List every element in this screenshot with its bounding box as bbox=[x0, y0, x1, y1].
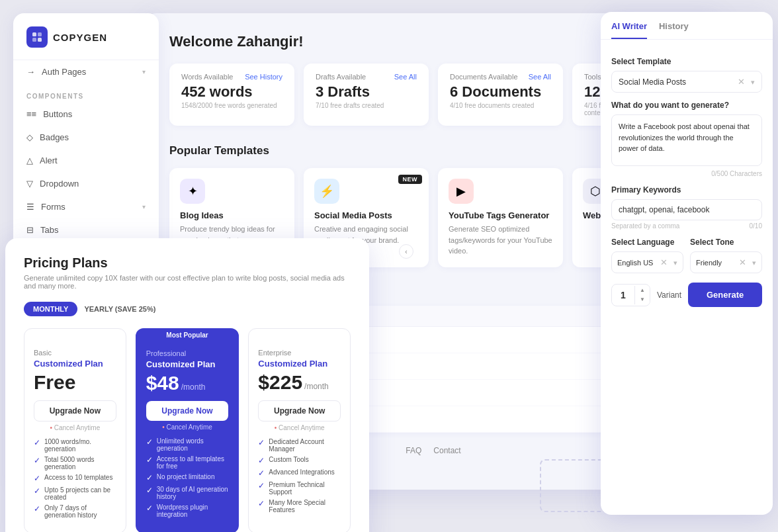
template-youtube-icon: ▶ bbox=[449, 179, 474, 204]
yearly-label: YEARLY (SAVE 25%) bbox=[84, 305, 155, 313]
alert-icon: △ bbox=[26, 155, 33, 165]
tone-select[interactable]: Friendly ✕ ▾ bbox=[690, 251, 762, 273]
template-name: Blog Ideas bbox=[180, 210, 284, 220]
check-icon: ✓ bbox=[34, 456, 40, 465]
select-template-label: Select Template bbox=[611, 57, 762, 66]
plan-price: Free bbox=[34, 371, 116, 394]
plan-feature: ✓ 1000 words/mo. generation bbox=[34, 438, 116, 453]
plan-name: Customized Plan bbox=[146, 359, 229, 369]
plan-feature: ✓ No project limitation bbox=[146, 473, 229, 482]
svg-rect-3 bbox=[38, 38, 42, 42]
pricing-subtitle: Generate unlimited copy 10X faster with … bbox=[24, 274, 351, 290]
template-card-youtube[interactable]: ▶ YouTube Tags Generator Generate SEO op… bbox=[438, 168, 563, 267]
check-icon: ✓ bbox=[34, 438, 40, 447]
check-icon: ✓ bbox=[146, 504, 153, 513]
keywords-input[interactable] bbox=[611, 199, 762, 220]
generate-label: What do you want to generate? bbox=[611, 101, 762, 110]
plan-feature: ✓ Total 5000 words generation bbox=[34, 456, 116, 470]
template-name: YouTube Tags Generator bbox=[449, 210, 552, 220]
template-select[interactable]: Social Media Posts ✕ ▾ bbox=[611, 71, 762, 93]
clear-language-icon[interactable]: ✕ bbox=[660, 257, 668, 267]
buttons-icon: ≡≡ bbox=[26, 109, 36, 119]
generate-button[interactable]: Generate bbox=[688, 283, 762, 307]
auth-icon: → bbox=[26, 67, 35, 77]
plan-feature: ✓ Unlimited words generation bbox=[146, 437, 229, 452]
language-select[interactable]: English US ✕ ▾ bbox=[611, 251, 683, 273]
sidebar-item-badges[interactable]: ◇ Badges bbox=[13, 126, 159, 149]
stat-value: 3 Drafts bbox=[316, 83, 417, 101]
upgrade-button[interactable]: Upgrade Now bbox=[146, 401, 229, 421]
sidebar-item-buttons[interactable]: ≡≡ Buttons bbox=[13, 103, 159, 126]
stat-label: Documents Available bbox=[450, 73, 518, 81]
variant-down-button[interactable]: ▼ bbox=[635, 295, 650, 304]
yearly-toggle[interactable]: YEARLY (SAVE 25%) bbox=[84, 305, 155, 313]
badge-icon: ◇ bbox=[26, 132, 33, 142]
stat-card-words: Words Available See History 452 words 15… bbox=[169, 64, 294, 126]
dropdown-icon: ▽ bbox=[26, 179, 33, 189]
sidebar-item-dropdown[interactable]: ▽ Dropdown bbox=[13, 172, 159, 195]
plan-card-enterprise: Enterprise Customized Plan $225 /month U… bbox=[248, 328, 351, 532]
plan-tier: Basic bbox=[34, 349, 116, 357]
upgrade-button[interactable]: Upgrade Now bbox=[258, 400, 341, 421]
forms-icon: ☰ bbox=[26, 202, 34, 212]
stat-label: Drafts Available bbox=[316, 73, 366, 81]
logo-icon bbox=[26, 26, 48, 48]
ai-panel-tabs: AI Writer History bbox=[601, 12, 773, 40]
chevron-down-icon: ▾ bbox=[751, 78, 755, 86]
stat-link[interactable]: See All bbox=[394, 73, 417, 81]
sidebar-item-alert[interactable]: △ Alert bbox=[13, 149, 159, 172]
sidebar-item-label: Buttons bbox=[43, 109, 72, 119]
tone-value: Friendly bbox=[696, 259, 722, 267]
plan-cancel: • Cancel Anytime bbox=[146, 423, 229, 431]
check-icon: ✓ bbox=[258, 468, 265, 478]
footer-contact-link[interactable]: Contact bbox=[433, 446, 460, 455]
sidebar-item-auth[interactable]: → Auth Pages ▾ bbox=[13, 60, 159, 83]
plan-name: Customized Plan bbox=[34, 359, 116, 369]
plan-feature: ✓ Upto 5 projects can be created bbox=[34, 486, 116, 501]
chevron-down-icon: ▾ bbox=[752, 259, 756, 267]
sidebar-item-label: Auth Pages bbox=[42, 67, 86, 77]
plan-name: Customized Plan bbox=[258, 359, 341, 369]
chevron-down-icon: ▾ bbox=[142, 68, 146, 75]
templates-title: Popular Templates bbox=[169, 144, 269, 157]
stat-card-drafts: Drafts Available See All 3 Drafts 7/10 f… bbox=[304, 64, 429, 126]
brand-name: COPYGEN bbox=[53, 32, 107, 43]
stat-link[interactable]: See History bbox=[245, 73, 282, 81]
plan-price: $48 bbox=[146, 372, 179, 394]
sidebar-item-label: Badges bbox=[40, 132, 69, 142]
sidebar-logo: COPYGEN bbox=[13, 26, 159, 60]
template-blog-icon: ✦ bbox=[180, 179, 205, 204]
language-label: Select Language bbox=[611, 238, 683, 247]
tab-history[interactable]: History bbox=[659, 21, 689, 39]
monthly-toggle[interactable]: MONTHLY bbox=[24, 302, 77, 316]
sidebar-item-label: Alert bbox=[40, 155, 58, 165]
stat-sub: 4/10 free documents created bbox=[450, 102, 551, 109]
chevron-down-icon: ▾ bbox=[142, 203, 146, 210]
plan-cancel: • Cancel Anytime bbox=[258, 424, 341, 431]
tabs-icon: ⊟ bbox=[26, 225, 34, 235]
plan-tier: Professional bbox=[146, 349, 229, 357]
plan-feature: ✓ Wordpress plugin integration bbox=[146, 504, 229, 518]
footer-faq-link[interactable]: FAQ bbox=[406, 446, 421, 455]
plan-feature: ✓ Access to 10 templates bbox=[34, 474, 116, 483]
stat-link[interactable]: See All bbox=[529, 73, 551, 81]
char-count: 0/500 Characters bbox=[611, 170, 762, 177]
generate-textarea[interactable]: Write a Facebook post about openai that … bbox=[611, 114, 762, 166]
sidebar-item-label: Dropdown bbox=[40, 179, 79, 189]
plan-feature: ✓ Premium Technical Support bbox=[258, 481, 341, 496]
stat-sub: 1548/2000 free words generated bbox=[181, 102, 282, 109]
stat-card-docs: Documents Available See All 6 Documents … bbox=[438, 64, 563, 126]
clear-tone-icon[interactable]: ✕ bbox=[739, 257, 746, 267]
check-icon: ✓ bbox=[34, 504, 40, 513]
upgrade-button[interactable]: Upgrade Now bbox=[34, 400, 116, 421]
sidebar-item-forms[interactable]: ☰ Forms ▾ bbox=[13, 195, 159, 218]
check-icon: ✓ bbox=[146, 486, 153, 495]
clear-template-icon[interactable]: ✕ bbox=[738, 77, 745, 87]
stat-sub: 7/10 free drafts created bbox=[316, 102, 417, 109]
collapse-sidebar-button[interactable]: ‹ bbox=[399, 244, 413, 259]
variant-input[interactable] bbox=[612, 285, 634, 305]
variant-up-button[interactable]: ▲ bbox=[635, 286, 650, 295]
tab-ai-writer[interactable]: AI Writer bbox=[611, 21, 647, 39]
plan-card-basic: Basic Customized Plan Free Upgrade Now •… bbox=[24, 328, 126, 532]
sidebar-item-label: Tabs bbox=[40, 225, 58, 235]
